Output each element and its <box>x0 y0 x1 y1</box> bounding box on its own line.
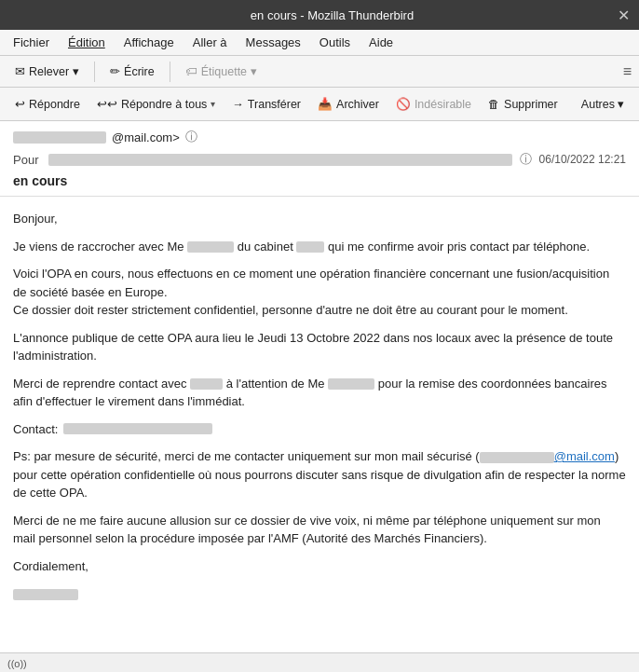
repondre-icon: ↩ <box>15 97 25 111</box>
status-icon: ((o)) <box>7 658 27 669</box>
to-address-redacted <box>48 154 512 166</box>
ps-email-link[interactable]: @mail.com <box>554 449 615 463</box>
close-button[interactable]: ✕ <box>618 7 630 24</box>
indesirable-label: Indésirable <box>415 98 471 111</box>
signature <box>13 584 626 603</box>
menu-affichage[interactable]: Affichage <box>116 34 182 51</box>
relever-icon: ✉ <box>15 64 25 78</box>
indesirable-icon: 🚫 <box>396 97 411 111</box>
autres-label: Autres <box>581 98 615 111</box>
indesirable-button[interactable]: 🚫 Indésirable <box>388 93 479 115</box>
etiquette-label: Étiquette <box>201 65 247 78</box>
from-row: @mail.com> ⓘ <box>13 129 626 145</box>
ecrire-label: Écrire <box>124 65 155 78</box>
company-redacted <box>190 378 223 390</box>
titlebar: en cours - Mozilla Thunderbird ✕ <box>0 0 639 30</box>
sep2 <box>170 62 170 82</box>
email-header: @mail.com> ⓘ Pour ⓘ 06/10/2022 12:21 en … <box>0 121 639 197</box>
etiquette-icon: 🏷 <box>185 64 197 78</box>
para1: Je viens de raccrocher avec Me du cabine… <box>13 238 626 256</box>
contact-line: Contact: <box>13 420 626 439</box>
email-date: 06/10/2022 12:21 <box>539 153 626 166</box>
from-info-icon[interactable]: ⓘ <box>185 129 197 145</box>
repondre-tous-arrow[interactable]: ▾ <box>211 99 215 109</box>
menu-edition[interactable]: Édition <box>61 34 113 51</box>
autres-button[interactable]: Autres ▾ <box>574 93 632 115</box>
ps-para: Ps: par mesure de sécurité, merci de me … <box>13 447 626 502</box>
menu-messages[interactable]: Messages <box>238 34 308 51</box>
cabinet-redacted <box>296 241 324 253</box>
relever-arrow[interactable]: ▾ <box>73 64 79 78</box>
greeting: Bonjour, <box>13 210 626 228</box>
name2-redacted <box>328 378 374 390</box>
menubar: Fichier Édition Affichage Aller à Messag… <box>0 30 639 56</box>
from-domain: @mail.com> <box>112 130 180 144</box>
closing: Cordialement, <box>13 557 626 576</box>
repondre-button[interactable]: ↩ Répondre <box>7 93 88 115</box>
para4: Merci de reprendre contact avec à l'atte… <box>13 375 626 411</box>
relever-button[interactable]: ✉ Relever ▾ <box>7 62 87 81</box>
hamburger-icon[interactable]: ≡ <box>623 63 632 80</box>
transferer-label: Transférer <box>248 98 301 111</box>
toolbar1: ✉ Relever ▾ ✏ Écrire 🏷 Étiquette ▾ ≡ <box>0 56 639 88</box>
repondre-label: Répondre <box>29 98 80 111</box>
menu-aller-a[interactable]: Aller à <box>185 34 235 51</box>
contact-label: Contact: <box>13 420 58 439</box>
archiver-icon: 📥 <box>318 97 333 111</box>
window-title: en cours - Mozilla Thunderbird <box>47 8 618 22</box>
ecrire-icon: ✏ <box>110 64 120 78</box>
etiquette-button[interactable]: 🏷 Étiquette ▾ <box>178 62 265 81</box>
supprimer-button[interactable]: 🗑 Supprimer <box>481 94 565 115</box>
to-info-icon[interactable]: ⓘ <box>520 151 532 168</box>
to-label: Pour <box>13 153 41 167</box>
name1-redacted <box>187 241 234 253</box>
toolbar2: ↩ Répondre ↩↩ Répondre à tous ▾ → Transf… <box>0 88 639 121</box>
email-body: Bonjour, Je viens de raccrocher avec Me … <box>0 197 639 652</box>
final-para: Merci de ne me faire aucune allusion sur… <box>13 512 626 548</box>
repondre-tous-button[interactable]: ↩↩ Répondre à tous ▾ <box>89 93 223 115</box>
transferer-button[interactable]: → Transférer <box>224 94 308 115</box>
autres-arrow: ▾ <box>618 97 624 111</box>
etiquette-arrow[interactable]: ▾ <box>251 64 257 78</box>
para3: L'annonce publique de cette OPA aura lie… <box>13 329 626 365</box>
supprimer-icon: 🗑 <box>488 98 500 111</box>
para2: Voici l'OPA en cours, nous effectuons en… <box>13 265 626 320</box>
menu-outils[interactable]: Outils <box>312 34 358 51</box>
sep1 <box>94 62 95 82</box>
statusbar: ((o)) <box>0 652 639 672</box>
menu-fichier[interactable]: Fichier <box>6 34 57 51</box>
from-name-redacted <box>13 131 106 144</box>
contact-info-redacted <box>63 423 212 434</box>
ecrire-button[interactable]: ✏ Écrire <box>102 62 162 81</box>
archiver-button[interactable]: 📥 Archiver <box>310 93 387 115</box>
signature-redacted <box>13 589 78 600</box>
supprimer-label: Supprimer <box>504 98 558 111</box>
to-row: Pour ⓘ 06/10/2022 12:21 <box>13 151 626 168</box>
transferer-icon: → <box>232 98 244 111</box>
email-subject: en cours <box>13 173 626 188</box>
repondre-tous-label: Répondre à tous <box>121 98 207 111</box>
ps-email-prefix-redacted <box>480 452 554 463</box>
relever-label: Relever <box>29 65 69 78</box>
menu-aide[interactable]: Aide <box>361 34 401 51</box>
repondre-tous-icon: ↩↩ <box>97 97 117 111</box>
archiver-label: Archiver <box>336 98 379 111</box>
